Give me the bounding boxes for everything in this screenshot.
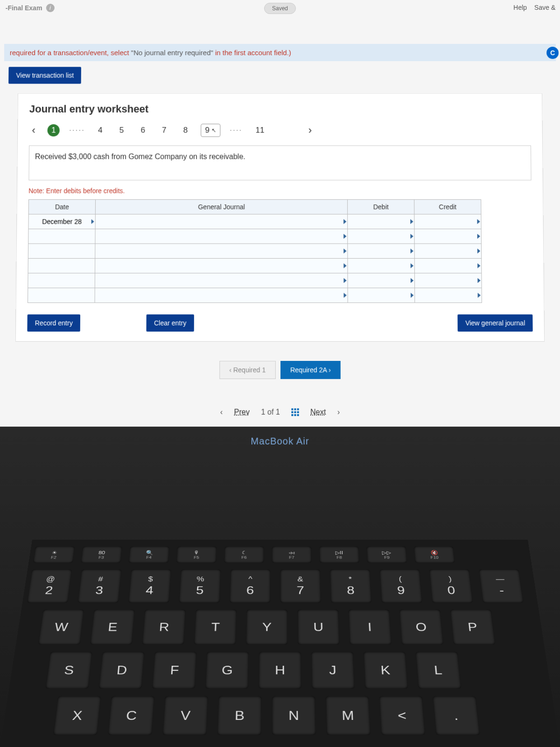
dropdown-marker-icon: [344, 278, 347, 283]
dropdown-marker-icon: [410, 219, 413, 224]
debit-cell[interactable]: [348, 214, 414, 229]
account-cell[interactable]: [95, 214, 348, 229]
pager-item[interactable]: 7: [158, 124, 170, 137]
col-general-journal: General Journal: [95, 199, 347, 214]
credit-cell[interactable]: [414, 244, 481, 259]
keyboard-key: #3: [77, 569, 122, 603]
dropdown-marker-icon: [411, 249, 413, 254]
credit-cell[interactable]: [414, 214, 481, 229]
date-cell[interactable]: [28, 273, 95, 288]
debit-cell[interactable]: [348, 288, 415, 303]
account-cell[interactable]: [95, 273, 348, 288]
keyboard-key: N: [272, 696, 316, 735]
save-exit-link[interactable]: Save &: [534, 4, 555, 11]
dropdown-marker-icon: [343, 219, 346, 224]
pager-prev[interactable]: ‹: [29, 124, 38, 136]
debits-before-credits-note: Note: Enter debits before credits.: [28, 187, 532, 195]
record-entry-button[interactable]: Record entry: [27, 314, 80, 331]
pager-item[interactable]: 4: [94, 124, 106, 137]
requirement-nav: ‹ Required 1 Required 2A ›: [0, 361, 560, 379]
table-row: December 28: [28, 214, 481, 229]
keyboard-key: S: [45, 652, 93, 689]
next-question-link[interactable]: Next: [310, 408, 326, 417]
help-link[interactable]: Help: [513, 4, 527, 11]
view-transaction-list-button[interactable]: View transaction list: [8, 67, 81, 84]
pager-item[interactable]: 8: [180, 124, 192, 137]
dropdown-marker-icon: [477, 234, 480, 239]
dropdown-marker-icon: [343, 234, 346, 239]
keyboard-key: B: [217, 696, 262, 735]
keyboard-key: ▷IIF8: [319, 546, 360, 563]
date-cell[interactable]: [28, 229, 95, 244]
keyboard-key: ^6: [229, 569, 271, 603]
pager-dots: ·····: [69, 126, 85, 135]
worksheet-title: Journal entry worksheet: [29, 103, 531, 115]
saved-indicator: Saved: [264, 3, 296, 14]
keyboard-key: M: [325, 696, 371, 735]
keyboard-key: Y: [245, 609, 288, 645]
credit-cell[interactable]: [414, 229, 481, 244]
debit-cell[interactable]: [348, 273, 415, 288]
pager-next[interactable]: ›: [306, 124, 315, 136]
keyboard-key: D: [98, 652, 145, 689]
pager-item[interactable]: 11: [252, 124, 268, 137]
physical-keyboard: ☀F280F3🔍F4🎙F5☾F6◃◃F7▷IIF8▷▷F9🔇F10 @2#3$4…: [0, 540, 560, 747]
required-1-button[interactable]: ‹ Required 1: [219, 361, 276, 379]
date-cell[interactable]: [28, 258, 95, 273]
instruction-banner: required for a transaction/event, select…: [4, 44, 556, 61]
pager-item[interactable]: 5: [116, 124, 128, 137]
account-cell[interactable]: [95, 288, 348, 303]
col-debit: Debit: [348, 199, 414, 214]
table-row: [28, 273, 482, 288]
account-cell[interactable]: [95, 229, 348, 244]
exam-title: -Final Exam: [6, 4, 42, 12]
view-general-journal-button[interactable]: View general journal: [458, 314, 533, 331]
table-row: [28, 288, 482, 303]
pager-item[interactable]: 6: [137, 124, 149, 137]
pager-item-current-hover[interactable]: 9 ↖: [201, 124, 220, 137]
keyboard-key: K: [363, 652, 408, 689]
keyboard-key: 🔍F4: [128, 546, 170, 563]
keyboard-key: P: [450, 609, 496, 645]
cursor-icon: ↖: [211, 127, 216, 134]
grid-view-icon[interactable]: [291, 409, 299, 416]
chevron-left-icon[interactable]: ‹: [220, 408, 223, 417]
entry-pager: ‹ 1 ····· 4 5 6 7 8 9 ↖ ···· 11 ›: [29, 124, 531, 137]
info-icon[interactable]: i: [46, 4, 54, 12]
keyboard-key: U: [297, 609, 340, 645]
debit-cell[interactable]: [348, 244, 414, 259]
keyboard-key: J: [311, 652, 355, 689]
credit-cell[interactable]: [414, 258, 482, 273]
journal-entry-card: Journal entry worksheet ‹ 1 ····· 4 5 6 …: [15, 93, 545, 342]
debit-cell[interactable]: [348, 258, 414, 273]
keyboard-key: ☀F2: [33, 546, 75, 563]
chevron-right-icon[interactable]: ›: [337, 408, 340, 417]
dropdown-marker-icon: [343, 249, 346, 254]
keyboard-key: ◃◃F7: [272, 546, 312, 563]
keyboard-key: L: [415, 652, 462, 689]
dropdown-marker-icon: [411, 278, 413, 283]
col-credit: Credit: [414, 199, 481, 214]
date-cell[interactable]: [28, 288, 95, 303]
prev-question-link[interactable]: Prev: [234, 408, 250, 417]
check-badge-icon[interactable]: C: [546, 47, 559, 59]
account-cell[interactable]: [95, 244, 348, 259]
table-row: [28, 258, 482, 273]
debit-cell[interactable]: [348, 229, 414, 244]
credit-cell[interactable]: [415, 288, 482, 303]
keyboard-key: G: [205, 652, 249, 689]
date-cell[interactable]: [28, 244, 95, 259]
pager-item-1[interactable]: 1: [48, 124, 60, 136]
account-cell[interactable]: [95, 258, 348, 273]
credit-cell[interactable]: [414, 273, 482, 288]
keyboard-key: 🎙F5: [176, 546, 217, 563]
clear-entry-button[interactable]: Clear entry: [147, 314, 194, 331]
keyboard-key: —-: [478, 569, 524, 603]
keyboard-key: W: [38, 609, 84, 645]
keyboard-key: O: [399, 609, 444, 645]
required-2a-button[interactable]: Required 2A ›: [280, 361, 341, 379]
dropdown-marker-icon: [411, 293, 413, 297]
keyboard-key: )0: [429, 569, 473, 603]
macbook-label: MacBook Air: [0, 436, 560, 447]
date-cell[interactable]: December 28: [28, 214, 95, 229]
